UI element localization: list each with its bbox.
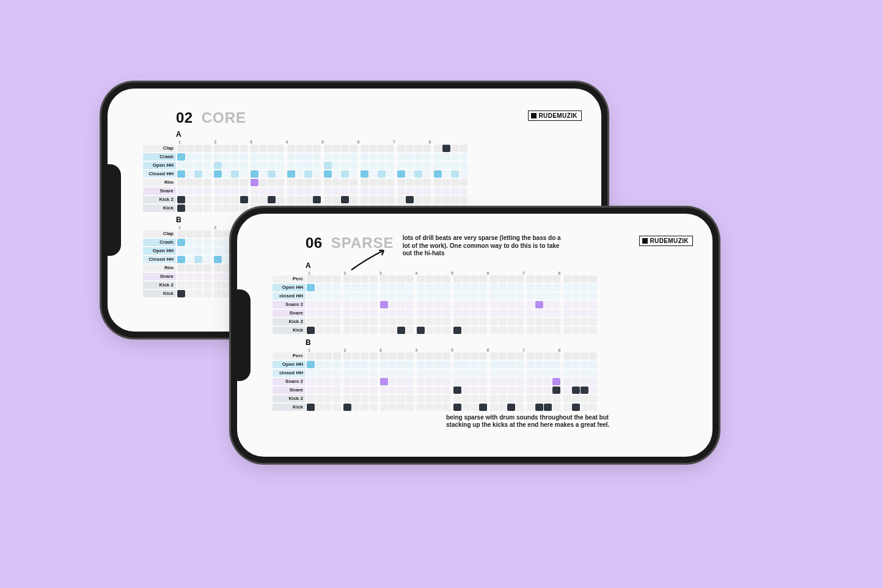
sequencer-cell[interactable] xyxy=(380,275,388,283)
sequencer-cell[interactable] xyxy=(307,318,315,325)
sequencer-cell[interactable] xyxy=(361,369,368,377)
sequencer-cell[interactable] xyxy=(287,162,295,169)
sequencer-cell[interactable] xyxy=(203,145,211,152)
sequencer-cell[interactable] xyxy=(304,162,312,169)
sequencer-cell[interactable] xyxy=(361,387,368,394)
sequencer-cell[interactable] xyxy=(417,369,425,377)
sequencer-cell[interactable] xyxy=(442,310,450,317)
sequencer-cell[interactable] xyxy=(442,378,450,385)
sequencer-cell[interactable] xyxy=(425,404,433,411)
sequencer-cell[interactable] xyxy=(389,369,397,377)
sequencer-cell[interactable] xyxy=(544,275,552,283)
sequencer-cell[interactable] xyxy=(380,327,388,334)
sequencer-cell[interactable] xyxy=(251,196,258,203)
sequencer-cell[interactable] xyxy=(572,301,580,308)
sequencer-cell[interactable] xyxy=(434,275,442,283)
sequencer-cell[interactable] xyxy=(507,301,515,308)
sequencer-cell[interactable] xyxy=(453,275,461,283)
sequencer-cell[interactable] xyxy=(471,404,478,411)
sequencer-cell[interactable] xyxy=(315,352,323,360)
sequencer-cell[interactable] xyxy=(276,170,284,178)
sequencer-cell[interactable] xyxy=(589,284,597,291)
sequencer-cell[interactable] xyxy=(397,205,405,212)
sequencer-cell[interactable] xyxy=(425,310,433,317)
sequencer-cell[interactable] xyxy=(214,256,222,263)
sequencer-cell[interactable] xyxy=(380,301,388,308)
sequencer-cell[interactable] xyxy=(313,205,321,212)
sequencer-cell[interactable] xyxy=(527,387,535,394)
sequencer-cell[interactable] xyxy=(544,387,552,394)
sequencer-cell[interactable] xyxy=(194,230,202,238)
sequencer-cell[interactable] xyxy=(287,145,295,152)
sequencer-cell[interactable] xyxy=(315,301,323,308)
sequencer-cell[interactable] xyxy=(386,205,394,212)
sequencer-cell[interactable] xyxy=(397,395,405,402)
sequencer-cell[interactable] xyxy=(499,404,507,411)
sequencer-cell[interactable] xyxy=(177,230,185,238)
sequencer-cell[interactable] xyxy=(425,284,433,291)
sequencer-cell[interactable] xyxy=(516,361,524,368)
sequencer-cell[interactable] xyxy=(214,196,222,203)
sequencer-cell[interactable] xyxy=(240,187,248,195)
sequencer-cell[interactable] xyxy=(352,361,360,368)
sequencer-cell[interactable] xyxy=(313,170,321,178)
sequencer-cell[interactable] xyxy=(442,153,450,161)
sequencer-cell[interactable] xyxy=(507,292,515,300)
sequencer-cell[interactable] xyxy=(417,284,425,291)
sequencer-cell[interactable] xyxy=(203,170,211,178)
sequencer-cell[interactable] xyxy=(471,310,478,317)
sequencer-cell[interactable] xyxy=(389,301,397,308)
sequencer-cell[interactable] xyxy=(177,162,185,169)
sequencer-cell[interactable] xyxy=(451,179,459,186)
sequencer-cell[interactable] xyxy=(572,361,580,368)
sequencer-cell[interactable] xyxy=(194,170,202,178)
sequencer-cell[interactable] xyxy=(268,170,276,178)
sequencer-cell[interactable] xyxy=(434,310,442,317)
sequencer-cell[interactable] xyxy=(352,387,360,394)
sequencer-cell[interactable] xyxy=(268,187,276,195)
sequencer-cell[interactable] xyxy=(563,378,571,385)
sequencer-cell[interactable] xyxy=(589,275,597,283)
sequencer-cell[interactable] xyxy=(544,327,552,334)
sequencer-cell[interactable] xyxy=(222,281,230,289)
sequencer-cell[interactable] xyxy=(341,170,349,178)
sequencer-cell[interactable] xyxy=(177,281,185,289)
sequencer-cell[interactable] xyxy=(214,153,222,161)
sequencer-cell[interactable] xyxy=(581,275,588,283)
sequencer-cell[interactable] xyxy=(380,292,388,300)
sequencer-cell[interactable] xyxy=(572,378,580,385)
sequencer-cell[interactable] xyxy=(186,162,194,169)
sequencer-cell[interactable] xyxy=(499,327,507,334)
sequencer-cell[interactable] xyxy=(352,395,360,402)
sequencer-cell[interactable] xyxy=(370,301,378,308)
sequencer-cell[interactable] xyxy=(361,378,368,385)
sequencer-cell[interactable] xyxy=(177,170,185,178)
sequencer-cell[interactable] xyxy=(177,205,185,212)
sequencer-cell[interactable] xyxy=(324,170,332,178)
sequencer-cell[interactable] xyxy=(240,162,248,169)
sequencer-cell[interactable] xyxy=(397,275,405,283)
sequencer-cell[interactable] xyxy=(369,162,377,169)
sequencer-cell[interactable] xyxy=(369,205,377,212)
sequencer-cell[interactable] xyxy=(423,196,431,203)
sequencer-cell[interactable] xyxy=(451,170,459,178)
sequencer-cell[interactable] xyxy=(490,327,498,334)
sequencer-cell[interactable] xyxy=(386,153,394,161)
sequencer-cell[interactable] xyxy=(516,387,524,394)
sequencer-cell[interactable] xyxy=(333,352,341,360)
sequencer-cell[interactable] xyxy=(380,404,388,411)
sequencer-cell[interactable] xyxy=(186,179,194,186)
sequencer-cell[interactable] xyxy=(324,284,332,291)
sequencer-cell[interactable] xyxy=(268,196,276,203)
sequencer-cell[interactable] xyxy=(397,352,405,360)
sequencer-cell[interactable] xyxy=(479,318,487,325)
sequencer-cell[interactable] xyxy=(544,301,552,308)
sequencer-cell[interactable] xyxy=(544,361,552,368)
sequencer-cell[interactable] xyxy=(434,361,442,368)
sequencer-cell[interactable] xyxy=(563,387,571,394)
sequencer-cell[interactable] xyxy=(352,404,360,411)
sequencer-cell[interactable] xyxy=(370,352,378,360)
sequencer-cell[interactable] xyxy=(406,145,414,152)
sequencer-cell[interactable] xyxy=(324,327,332,334)
sequencer-cell[interactable] xyxy=(251,170,258,178)
